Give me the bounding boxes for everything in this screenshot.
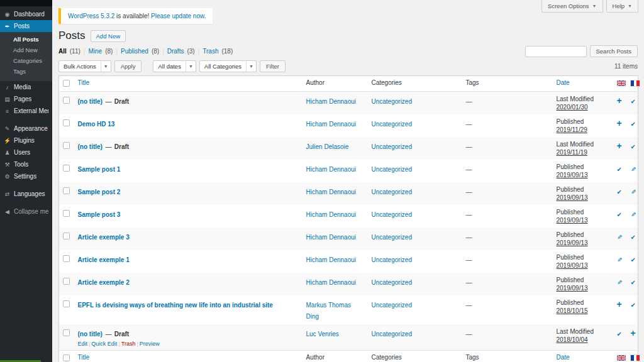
add-new-button[interactable]: Add New — [91, 30, 126, 42]
screen-options-button[interactable]: Screen Options ▼ — [541, 0, 602, 13]
view-filter-link[interactable]: Drafts — [167, 48, 184, 55]
category-link[interactable]: Uncategorized — [372, 143, 412, 150]
translation-exists-icon[interactable]: ✔ — [631, 302, 636, 309]
row-checkbox[interactable] — [63, 142, 70, 149]
sidebar-item-collapse-menu[interactable]: ◀Collapse menu — [0, 206, 52, 217]
row-checkbox[interactable] — [63, 255, 70, 262]
edit-translation-icon[interactable]: ✎ — [617, 234, 622, 241]
row-checkbox[interactable] — [63, 233, 70, 239]
edit-translation-icon[interactable]: ✎ — [617, 279, 622, 286]
category-link[interactable]: Uncategorized — [372, 166, 412, 173]
translation-exists-icon[interactable]: ✔ — [631, 234, 636, 241]
sidebar-subitem-all-posts[interactable]: All Posts — [0, 34, 52, 45]
sort-title-link[interactable]: Title — [78, 354, 90, 361]
post-title-link[interactable]: Article exemple 1 — [78, 256, 130, 263]
search-input[interactable] — [525, 46, 587, 57]
add-translation-icon[interactable]: + — [617, 301, 622, 308]
row-checkbox[interactable] — [63, 210, 70, 217]
add-translation-icon[interactable]: + — [617, 120, 622, 127]
translation-exists-icon[interactable]: ✔ — [631, 256, 636, 263]
author-link[interactable]: Hicham Dennaoui — [306, 121, 357, 128]
select-all-checkbox[interactable] — [63, 80, 70, 87]
sidebar-item-external-menus[interactable]: ≡External Menus — [0, 105, 52, 117]
wordpress-version-link[interactable]: WordPress 5.3.2 — [68, 13, 114, 19]
sidebar-subitem-add-new[interactable]: Add New — [0, 45, 52, 55]
sidebar-item-languages[interactable]: ⇄Languages — [0, 188, 52, 200]
row-checkbox[interactable] — [63, 97, 70, 104]
filter-button[interactable]: Filter — [260, 60, 286, 72]
row-checkbox[interactable] — [63, 187, 70, 194]
sidebar-item-plugins[interactable]: ⚡Plugins — [0, 134, 52, 146]
dates-filter-select[interactable]: All dates ▼ — [153, 60, 196, 72]
select-all-checkbox[interactable] — [63, 354, 70, 361]
author-link[interactable]: Hicham Dennaoui — [306, 98, 357, 105]
sidebar-item-media[interactable]: ♪Media — [0, 81, 52, 93]
category-link[interactable]: Uncategorized — [372, 121, 412, 128]
add-translation-icon[interactable]: + — [617, 143, 622, 150]
row-checkbox[interactable] — [63, 119, 70, 126]
post-title-link[interactable]: EPFL is devising ways of breathing new l… — [78, 302, 273, 309]
sidebar-item-settings[interactable]: ⚙Settings — [0, 170, 52, 182]
edit-translation-icon[interactable]: ✎ — [631, 166, 636, 173]
translation-exists-icon[interactable]: ✔ — [631, 98, 636, 105]
category-link[interactable]: Uncategorized — [372, 279, 412, 286]
add-translation-icon[interactable]: + — [631, 330, 636, 337]
category-link[interactable]: Uncategorized — [372, 302, 412, 309]
please-update-link[interactable]: Please update now — [151, 13, 204, 19]
category-link[interactable]: Uncategorized — [372, 98, 412, 105]
post-title-link[interactable]: (no title) — [78, 143, 103, 150]
row-action-trash[interactable]: Trash — [121, 341, 136, 347]
sidebar-item-appearance[interactable]: ✎Appearance — [0, 123, 52, 134]
author-link[interactable]: Hicham Dennaoui — [306, 211, 357, 218]
row-action-preview[interactable]: Preview — [140, 341, 160, 347]
post-title-link[interactable]: (no title) — [78, 331, 103, 337]
author-link[interactable]: Hicham Dennaoui — [306, 256, 357, 263]
sidebar-item-users[interactable]: ♟Users — [0, 146, 52, 158]
sidebar-subitem-categories[interactable]: Categories — [0, 55, 52, 66]
sort-title-link[interactable]: Title — [78, 79, 90, 86]
author-link[interactable]: Julien Delasoie — [306, 143, 349, 150]
author-link[interactable]: Hicham Dennaoui — [306, 166, 357, 173]
category-link[interactable]: Uncategorized — [372, 211, 412, 218]
post-title-link[interactable]: Demo HD 13 — [78, 121, 115, 128]
author-link[interactable]: Hicham Dennaoui — [306, 189, 357, 195]
categories-filter-select[interactable]: All Categories ▼ — [199, 60, 257, 72]
sidebar-item-dashboard[interactable]: ◉Dashboard — [0, 8, 52, 20]
translation-exists-icon[interactable]: ✔ — [631, 279, 636, 286]
category-link[interactable]: Uncategorized — [372, 331, 412, 337]
sidebar-subitem-tags[interactable]: Tags — [0, 66, 52, 77]
author-link[interactable]: Markus Thomas Ding — [306, 302, 352, 320]
sort-date-link[interactable]: Date — [557, 79, 570, 86]
row-checkbox[interactable] — [63, 329, 70, 336]
translation-exists-icon[interactable]: ✔ — [617, 211, 622, 218]
category-link[interactable]: Uncategorized — [372, 189, 412, 195]
author-link[interactable]: Hicham Dennaoui — [306, 234, 357, 241]
row-checkbox[interactable] — [63, 278, 70, 285]
post-title-link[interactable]: Sample post 2 — [78, 189, 121, 195]
author-link[interactable]: Hicham Dennaoui — [306, 279, 357, 286]
translation-exists-icon[interactable]: ✔ — [631, 121, 636, 128]
translation-exists-icon[interactable]: ✔ — [617, 166, 622, 173]
translation-exists-icon[interactable]: ✔ — [631, 143, 636, 150]
post-title-link[interactable]: Sample post 1 — [78, 166, 121, 173]
post-title-link[interactable]: Article exemple 2 — [78, 279, 130, 286]
translation-exists-icon[interactable]: ✔ — [617, 189, 622, 195]
edit-translation-icon[interactable]: ✎ — [617, 256, 622, 263]
view-filter-link[interactable]: Mine — [88, 48, 102, 55]
row-action-quick-edit[interactable]: Quick Edit — [91, 341, 117, 347]
row-checkbox[interactable] — [63, 300, 70, 307]
sidebar-item-tools[interactable]: ⚒Tools — [0, 158, 52, 170]
row-action-edit[interactable]: Edit — [78, 341, 88, 347]
edit-translation-icon[interactable]: ✎ — [631, 211, 636, 218]
post-title-link[interactable]: (no title) — [78, 98, 103, 105]
bulk-actions-select[interactable]: Bulk Actions ▼ — [58, 60, 111, 72]
sidebar-item-posts[interactable]: ✒Posts — [0, 20, 52, 32]
search-posts-button[interactable]: Search Posts — [590, 45, 638, 57]
category-link[interactable]: Uncategorized — [372, 234, 412, 241]
view-filter-link[interactable]: Published — [121, 48, 148, 55]
add-translation-icon[interactable]: + — [617, 97, 622, 104]
sidebar-item-pages[interactable]: ▤Pages — [0, 93, 52, 105]
post-title-link[interactable]: Sample post 3 — [78, 211, 121, 218]
post-title-link[interactable]: Article exemple 3 — [78, 234, 130, 241]
row-checkbox[interactable] — [63, 165, 70, 172]
